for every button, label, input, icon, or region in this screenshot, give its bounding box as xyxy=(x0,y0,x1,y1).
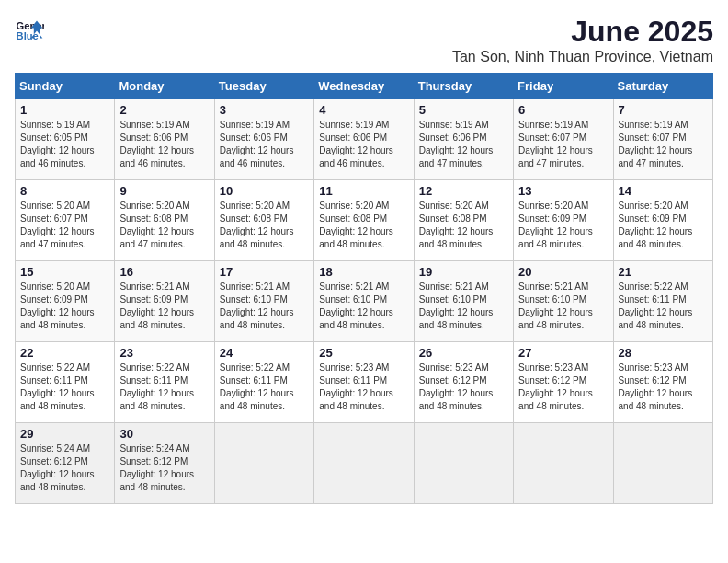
day-detail: Sunrise: 5:21 AMSunset: 6:10 PMDaylight:… xyxy=(220,281,309,332)
header: General Blue June 2025 Tan Son, Ninh Thu… xyxy=(15,15,713,65)
day-detail: Sunrise: 5:19 AMSunset: 6:07 PMDaylight:… xyxy=(619,119,708,170)
title-area: June 2025 Tan Son, Ninh Thuan Province, … xyxy=(452,15,713,65)
day-number: 23 xyxy=(119,346,209,360)
day-detail: Sunrise: 5:24 AMSunset: 6:12 PMDaylight:… xyxy=(119,442,209,494)
day-detail: Sunrise: 5:19 AMSunset: 6:06 PMDaylight:… xyxy=(220,119,309,170)
day-number: 25 xyxy=(319,346,408,360)
calendar-day-cell: 10Sunrise: 5:20 AMSunset: 6:08 PMDayligh… xyxy=(214,180,313,261)
day-detail: Sunrise: 5:21 AMSunset: 6:10 PMDaylight:… xyxy=(319,281,408,332)
logo-icon: General Blue xyxy=(15,15,44,44)
day-detail: Sunrise: 5:20 AMSunset: 6:08 PMDaylight:… xyxy=(220,200,309,251)
day-number: 26 xyxy=(419,346,508,360)
calendar-day-cell: 13Sunrise: 5:20 AMSunset: 6:09 PMDayligh… xyxy=(514,180,613,261)
day-detail: Sunrise: 5:20 AMSunset: 6:09 PMDaylight:… xyxy=(518,200,608,251)
calendar-day-cell: 4Sunrise: 5:19 AMSunset: 6:06 PMDaylight… xyxy=(314,99,414,180)
day-detail: Sunrise: 5:23 AMSunset: 6:12 PMDaylight:… xyxy=(619,362,708,413)
day-number: 27 xyxy=(518,346,608,360)
calendar-day-cell: 12Sunrise: 5:20 AMSunset: 6:08 PMDayligh… xyxy=(414,180,513,261)
calendar-day-cell: 20Sunrise: 5:21 AMSunset: 6:10 PMDayligh… xyxy=(514,261,613,342)
day-number: 12 xyxy=(419,184,508,198)
calendar-day-cell: 8Sunrise: 5:20 AMSunset: 6:07 PMDaylight… xyxy=(16,180,115,261)
day-number: 13 xyxy=(518,184,608,198)
calendar-day-cell: 5Sunrise: 5:19 AMSunset: 6:06 PMDaylight… xyxy=(414,99,513,180)
day-number: 29 xyxy=(20,427,109,441)
weekday-header-cell: Saturday xyxy=(613,74,712,99)
day-number: 19 xyxy=(419,265,508,279)
weekday-header-cell: Wednesday xyxy=(314,74,414,99)
day-detail: Sunrise: 5:20 AMSunset: 6:08 PMDaylight:… xyxy=(419,200,508,251)
day-detail: Sunrise: 5:21 AMSunset: 6:09 PMDaylight:… xyxy=(119,281,209,332)
day-detail: Sunrise: 5:19 AMSunset: 6:05 PMDaylight:… xyxy=(20,119,109,170)
day-detail: Sunrise: 5:20 AMSunset: 6:09 PMDaylight:… xyxy=(619,200,708,251)
calendar-day-cell xyxy=(414,423,513,504)
calendar-day-cell: 28Sunrise: 5:23 AMSunset: 6:12 PMDayligh… xyxy=(613,342,712,423)
calendar-day-cell: 14Sunrise: 5:20 AMSunset: 6:09 PMDayligh… xyxy=(613,180,712,261)
day-number: 24 xyxy=(220,346,309,360)
weekday-header-cell: Thursday xyxy=(414,74,513,99)
calendar-day-cell: 15Sunrise: 5:20 AMSunset: 6:09 PMDayligh… xyxy=(16,261,115,342)
day-detail: Sunrise: 5:23 AMSunset: 6:12 PMDaylight:… xyxy=(518,362,608,413)
calendar-day-cell: 29Sunrise: 5:24 AMSunset: 6:12 PMDayligh… xyxy=(16,423,115,504)
day-detail: Sunrise: 5:19 AMSunset: 6:06 PMDaylight:… xyxy=(319,119,408,170)
calendar-day-cell: 11Sunrise: 5:20 AMSunset: 6:08 PMDayligh… xyxy=(314,180,414,261)
day-detail: Sunrise: 5:19 AMSunset: 6:06 PMDaylight:… xyxy=(119,119,209,170)
day-detail: Sunrise: 5:24 AMSunset: 6:12 PMDaylight:… xyxy=(20,442,109,494)
day-number: 17 xyxy=(220,265,309,279)
calendar-day-cell: 1Sunrise: 5:19 AMSunset: 6:05 PMDaylight… xyxy=(16,99,115,180)
calendar-day-cell xyxy=(314,423,414,504)
day-number: 4 xyxy=(319,103,408,117)
day-detail: Sunrise: 5:22 AMSunset: 6:11 PMDaylight:… xyxy=(220,362,309,413)
day-number: 7 xyxy=(619,103,708,117)
calendar-title: June 2025 xyxy=(452,15,713,49)
day-detail: Sunrise: 5:20 AMSunset: 6:09 PMDaylight:… xyxy=(20,281,109,332)
calendar-day-cell: 30Sunrise: 5:24 AMSunset: 6:12 PMDayligh… xyxy=(115,423,214,504)
day-number: 11 xyxy=(319,184,408,198)
day-detail: Sunrise: 5:19 AMSunset: 6:06 PMDaylight:… xyxy=(419,119,508,170)
day-number: 28 xyxy=(619,346,708,360)
day-detail: Sunrise: 5:20 AMSunset: 6:08 PMDaylight:… xyxy=(319,200,408,251)
calendar-day-cell: 22Sunrise: 5:22 AMSunset: 6:11 PMDayligh… xyxy=(16,342,115,423)
day-detail: Sunrise: 5:23 AMSunset: 6:11 PMDaylight:… xyxy=(319,362,408,413)
day-number: 18 xyxy=(319,265,408,279)
calendar-week-row: 8Sunrise: 5:20 AMSunset: 6:07 PMDaylight… xyxy=(16,180,713,261)
day-detail: Sunrise: 5:22 AMSunset: 6:11 PMDaylight:… xyxy=(20,362,109,413)
day-detail: Sunrise: 5:22 AMSunset: 6:11 PMDaylight:… xyxy=(119,362,209,413)
calendar-table: SundayMondayTuesdayWednesdayThursdayFrid… xyxy=(15,73,713,504)
day-number: 2 xyxy=(119,103,209,117)
day-number: 14 xyxy=(619,184,708,198)
calendar-body: 1Sunrise: 5:19 AMSunset: 6:05 PMDaylight… xyxy=(16,99,713,504)
calendar-day-cell: 9Sunrise: 5:20 AMSunset: 6:08 PMDaylight… xyxy=(115,180,214,261)
calendar-day-cell: 25Sunrise: 5:23 AMSunset: 6:11 PMDayligh… xyxy=(314,342,414,423)
day-number: 30 xyxy=(119,427,209,441)
calendar-day-cell: 18Sunrise: 5:21 AMSunset: 6:10 PMDayligh… xyxy=(314,261,414,342)
weekday-header-cell: Sunday xyxy=(16,74,115,99)
day-number: 8 xyxy=(20,184,109,198)
calendar-day-cell: 3Sunrise: 5:19 AMSunset: 6:06 PMDaylight… xyxy=(214,99,313,180)
calendar-day-cell: 19Sunrise: 5:21 AMSunset: 6:10 PMDayligh… xyxy=(414,261,513,342)
day-detail: Sunrise: 5:20 AMSunset: 6:07 PMDaylight:… xyxy=(20,200,109,251)
calendar-day-cell: 17Sunrise: 5:21 AMSunset: 6:10 PMDayligh… xyxy=(214,261,313,342)
day-number: 15 xyxy=(20,265,109,279)
logo: General Blue xyxy=(15,15,44,44)
calendar-day-cell: 6Sunrise: 5:19 AMSunset: 6:07 PMDaylight… xyxy=(514,99,613,180)
day-number: 5 xyxy=(419,103,508,117)
calendar-day-cell xyxy=(514,423,613,504)
day-number: 16 xyxy=(119,265,209,279)
day-number: 9 xyxy=(119,184,209,198)
day-detail: Sunrise: 5:21 AMSunset: 6:10 PMDaylight:… xyxy=(419,281,508,332)
day-number: 20 xyxy=(518,265,608,279)
calendar-day-cell: 2Sunrise: 5:19 AMSunset: 6:06 PMDaylight… xyxy=(115,99,214,180)
calendar-day-cell xyxy=(214,423,313,504)
day-detail: Sunrise: 5:21 AMSunset: 6:10 PMDaylight:… xyxy=(518,281,608,332)
day-number: 10 xyxy=(220,184,309,198)
calendar-day-cell: 7Sunrise: 5:19 AMSunset: 6:07 PMDaylight… xyxy=(613,99,712,180)
calendar-day-cell xyxy=(613,423,712,504)
day-number: 6 xyxy=(518,103,608,117)
weekday-header-cell: Friday xyxy=(514,74,613,99)
day-number: 3 xyxy=(220,103,309,117)
weekday-header: SundayMondayTuesdayWednesdayThursdayFrid… xyxy=(16,74,713,99)
day-detail: Sunrise: 5:23 AMSunset: 6:12 PMDaylight:… xyxy=(419,362,508,413)
weekday-header-cell: Tuesday xyxy=(214,74,313,99)
day-number: 21 xyxy=(619,265,708,279)
calendar-week-row: 1Sunrise: 5:19 AMSunset: 6:05 PMDaylight… xyxy=(16,99,713,180)
